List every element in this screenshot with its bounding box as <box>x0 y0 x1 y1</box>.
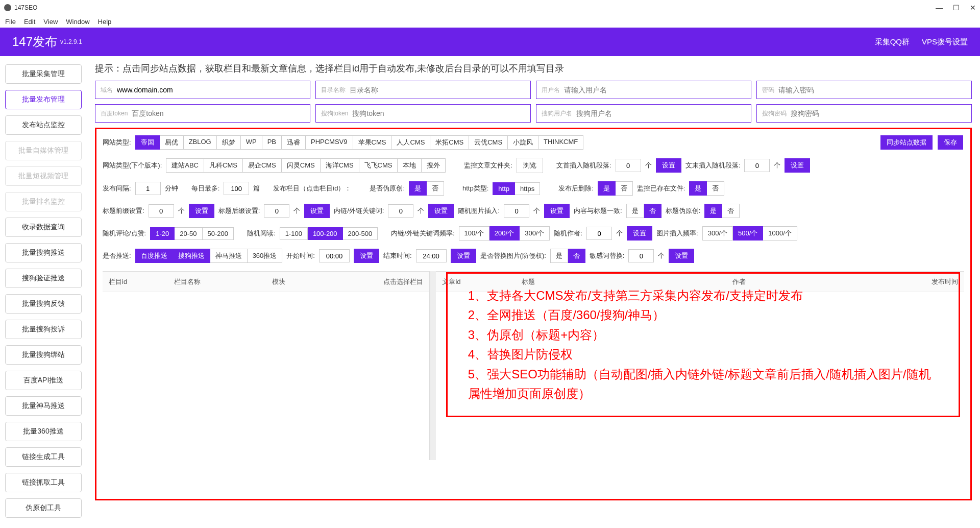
sidebar-item-16[interactable]: 链接抓取工具 <box>5 473 82 492</box>
http-option[interactable]: http <box>493 182 515 195</box>
dirname-input[interactable] <box>350 86 525 94</box>
monexist-yes[interactable]: 是 <box>689 181 707 196</box>
ri-yes[interactable]: 是 <box>550 249 568 263</box>
row1opts-opt-5[interactable]: PB <box>262 135 282 150</box>
sidebar-item-3[interactable]: 批量自媒体管理 <box>5 141 82 160</box>
row2opts-opt-6[interactable]: 本地 <box>398 158 422 173</box>
row6p-opt-2[interactable]: 神马推送 <box>210 249 248 263</box>
ct-no[interactable]: 否 <box>644 204 662 218</box>
menu-file[interactable]: File <box>5 18 16 26</box>
sidebar-item-13[interactable]: 批量神马推送 <box>5 396 82 416</box>
sogoupass-input[interactable] <box>791 109 966 117</box>
row1opts-opt-4[interactable]: WP <box>241 135 262 150</box>
menu-view[interactable]: View <box>43 18 58 26</box>
field-user[interactable]: 用户名 <box>536 81 751 99</box>
row5l-opt-2[interactable]: 300/个 <box>520 226 550 241</box>
sidebar-item-2[interactable]: 发布站点监控 <box>5 115 82 135</box>
sogouuser-input[interactable] <box>576 109 746 117</box>
sidebar-item-17[interactable]: 伪原创工具 <box>5 498 82 518</box>
delafter-no[interactable]: 否 <box>616 181 633 196</box>
row6p-opt-0[interactable]: 百度推送 <box>135 249 173 263</box>
domain-input[interactable] <box>117 86 305 94</box>
sidebar-item-11[interactable]: 批量搜狗绑站 <box>5 345 82 365</box>
sidebar-item-14[interactable]: 批量360推送 <box>5 422 82 441</box>
row2opts-opt-0[interactable]: 建站ABC <box>166 158 204 173</box>
end-set[interactable]: 设置 <box>451 249 476 263</box>
pseudo-no[interactable]: 否 <box>427 181 444 196</box>
scrollbar[interactable] <box>430 271 436 460</box>
sogoutoken-input[interactable] <box>352 109 525 117</box>
header-link-qq[interactable]: 采集QQ群 <box>875 37 910 47</box>
row1opts-opt-8[interactable]: 苹果CMS <box>353 135 392 150</box>
row5r-opt-0[interactable]: 1-100 <box>280 227 308 240</box>
menu-edit[interactable]: Edit <box>24 18 35 26</box>
menu-window[interactable]: Window <box>66 18 89 26</box>
minimize-icon[interactable]: — <box>936 4 943 12</box>
row6p-opt-1[interactable]: 搜狗推送 <box>173 249 210 263</box>
row1opts-opt-10[interactable]: 米拓CMS <box>430 135 469 150</box>
interval-input[interactable] <box>135 182 161 195</box>
sidebar-item-9[interactable]: 批量搜狗反馈 <box>5 294 82 314</box>
ct-yes[interactable]: 是 <box>626 204 644 218</box>
randimg-set[interactable]: 设置 <box>544 204 570 218</box>
row5r-opt-1[interactable]: 100-200 <box>308 227 343 240</box>
row2opts-opt-3[interactable]: 闪灵CMS <box>282 158 321 173</box>
tprefix-input[interactable] <box>149 204 174 218</box>
author-set[interactable]: 设置 <box>627 226 652 241</box>
save-button[interactable]: 保存 <box>938 135 963 150</box>
ri-no[interactable]: 否 <box>568 249 585 263</box>
field-dirname[interactable]: 目录名称 <box>315 81 531 99</box>
row5c-opt-0[interactable]: 1-20 <box>150 227 175 240</box>
inlink-set[interactable]: 设置 <box>428 204 454 218</box>
sidebar-item-10[interactable]: 批量搜狗投诉 <box>5 320 82 339</box>
field-domain[interactable]: 域名 <box>95 81 310 99</box>
row1opts-opt-1[interactable]: 易优 <box>160 135 184 150</box>
row5i-opt-2[interactable]: 1000/个 <box>763 226 797 241</box>
sidebar-item-0[interactable]: 批量采集管理 <box>5 64 82 84</box>
sidebar-item-5[interactable]: 批量排名监控 <box>5 192 82 211</box>
sens-input[interactable] <box>628 249 654 262</box>
tp-yes[interactable]: 是 <box>704 204 722 218</box>
row1opts-opt-3[interactable]: 织梦 <box>217 135 241 150</box>
prefix-set-button[interactable]: 设置 <box>656 158 681 173</box>
sidebar-item-15[interactable]: 链接生成工具 <box>5 447 82 467</box>
tsuffix-input[interactable] <box>264 204 289 218</box>
field-baidutoken[interactable]: 百度token <box>95 104 310 123</box>
maxday-input[interactable] <box>224 182 249 195</box>
pseudo-yes[interactable]: 是 <box>409 181 427 196</box>
row5c-opt-2[interactable]: 50-200 <box>203 227 234 240</box>
field-sogoutoken[interactable]: 搜狗token <box>315 104 531 123</box>
row2opts-opt-4[interactable]: 海洋CMS <box>321 158 359 173</box>
field-pass[interactable]: 密码 <box>756 81 972 99</box>
row1opts-opt-11[interactable]: 云优CMS <box>469 135 508 150</box>
prefix-count-input[interactable] <box>616 159 641 172</box>
row1opts-opt-13[interactable]: THINKCMF <box>538 135 583 150</box>
row5r-opt-2[interactable]: 200-500 <box>343 227 378 240</box>
row1opts-opt-12[interactable]: 小旋风 <box>508 135 538 150</box>
tsuffix-set[interactable]: 设置 <box>304 204 330 218</box>
row1opts-opt-9[interactable]: 人人CMS <box>391 135 430 150</box>
monexist-no[interactable]: 否 <box>707 181 724 196</box>
sidebar-item-1[interactable]: 批量发布管理 <box>5 90 82 109</box>
tprefix-set[interactable]: 设置 <box>189 204 214 218</box>
row1opts-opt-2[interactable]: ZBLOG <box>184 135 217 150</box>
end-time-input[interactable] <box>416 249 447 262</box>
row1opts-opt-0[interactable]: 帝国 <box>135 135 160 150</box>
maximize-icon[interactable]: ☐ <box>953 4 960 12</box>
row1opts-opt-7[interactable]: PHPCMSV9 <box>306 135 353 150</box>
row1opts-opt-6[interactable]: 迅睿 <box>282 135 306 150</box>
sens-set[interactable]: 设置 <box>669 249 694 263</box>
field-sogoupass[interactable]: 搜狗密码 <box>756 104 972 123</box>
tp-no[interactable]: 否 <box>722 204 740 218</box>
row5l-opt-1[interactable]: 200/个 <box>489 226 520 241</box>
row5c-opt-1[interactable]: 20-50 <box>175 227 202 240</box>
sidebar-item-4[interactable]: 批量短视频管理 <box>5 166 82 186</box>
pass-input[interactable] <box>778 86 966 94</box>
browse-button[interactable]: 浏览 <box>517 158 543 173</box>
start-time-input[interactable] <box>319 249 350 262</box>
baidutoken-input[interactable] <box>132 109 305 117</box>
sidebar-item-8[interactable]: 搜狗验证推送 <box>5 269 82 288</box>
sync-button[interactable]: 同步站点数据 <box>880 135 933 150</box>
row5i-opt-0[interactable]: 300/个 <box>702 226 733 241</box>
delafter-yes[interactable]: 是 <box>598 181 616 196</box>
